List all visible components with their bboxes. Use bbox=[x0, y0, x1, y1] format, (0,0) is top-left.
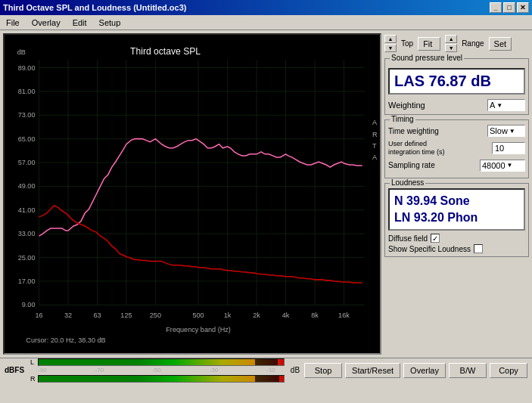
specific-loudness-row: Show Specific Loudness bbox=[388, 244, 525, 253]
svg-text:33.00: 33.00 bbox=[18, 230, 36, 237]
r-level-bar bbox=[38, 375, 285, 383]
weighting-row: Weighting A ▼ bbox=[388, 99, 525, 111]
svg-text:89.00: 89.00 bbox=[18, 64, 36, 72]
timing-panel-label: Timing bbox=[390, 115, 415, 123]
svg-text:81.00: 81.00 bbox=[18, 88, 36, 95]
weighting-dropdown-arrow: ▼ bbox=[496, 102, 502, 109]
fit-button[interactable]: Fit bbox=[418, 37, 440, 51]
top-up-btn[interactable]: ▲ bbox=[384, 35, 397, 43]
svg-text:R: R bbox=[372, 131, 378, 138]
scale-minus50: -50 bbox=[152, 367, 161, 374]
top-label: Top bbox=[401, 39, 413, 48]
title-bar-buttons: _ □ ✕ bbox=[490, 2, 529, 13]
time-weighting-row: Time weighting Slow ▼ bbox=[388, 125, 525, 137]
window-title: Third Octave SPL and Loudness (Untitled.… bbox=[3, 3, 186, 12]
svg-text:16k: 16k bbox=[338, 312, 350, 319]
weighting-dropdown[interactable]: A ▼ bbox=[487, 99, 525, 111]
l-level-bar bbox=[38, 358, 285, 366]
bw-button[interactable]: B/W bbox=[449, 363, 487, 378]
close-button[interactable]: ✕ bbox=[517, 2, 529, 13]
loudness-value-1: N 39.94 Sone bbox=[394, 193, 519, 209]
svg-text:125: 125 bbox=[120, 312, 132, 319]
level-meters: L -90 -70 -50 -30 -10 R bbox=[30, 358, 285, 383]
spl-panel-label: Sound pressure level bbox=[390, 54, 464, 62]
menu-setup[interactable]: Setup bbox=[96, 17, 124, 28]
loudness-panel: Loudness N 39.94 Sone LN 93.20 Phon Diff… bbox=[384, 183, 529, 258]
menu-overlay[interactable]: Overlay bbox=[29, 17, 64, 28]
svg-text:25.00: 25.00 bbox=[18, 254, 36, 262]
svg-text:T: T bbox=[372, 142, 377, 150]
top-down-btn[interactable]: ▼ bbox=[384, 44, 397, 52]
integration-input[interactable] bbox=[492, 142, 525, 154]
svg-text:63: 63 bbox=[93, 312, 101, 319]
time-weighting-dropdown[interactable]: Slow ▼ bbox=[487, 125, 525, 137]
set-button[interactable]: Set bbox=[489, 37, 512, 51]
start-reset-button[interactable]: Start/Reset bbox=[345, 363, 400, 378]
copy-button[interactable]: Copy bbox=[490, 363, 527, 378]
menu-bar: File Overlay Edit Setup bbox=[0, 15, 532, 30]
chart-area: Third octave SPL dB A R T A bbox=[3, 33, 381, 355]
loudness-display: N 39.94 Sone LN 93.20 Phon bbox=[388, 188, 525, 231]
range-up-btn[interactable]: ▲ bbox=[445, 35, 457, 43]
time-weighting-label: Time weighting bbox=[388, 127, 439, 135]
svg-text:A: A bbox=[372, 119, 378, 126]
svg-text:A: A bbox=[372, 153, 378, 161]
diffuse-label: Diffuse field bbox=[388, 234, 428, 243]
svg-text:250: 250 bbox=[150, 312, 161, 319]
svg-text:73.00: 73.00 bbox=[18, 111, 36, 119]
sampling-arrow: ▼ bbox=[507, 162, 513, 169]
bottom-buttons: Stop Start/Reset Overlay B/W Copy bbox=[304, 363, 527, 378]
svg-text:8k: 8k bbox=[311, 312, 319, 319]
scale-minus70: -70 bbox=[95, 367, 104, 374]
svg-text:Frequency band (Hz): Frequency band (Hz) bbox=[166, 326, 231, 333]
sampling-value: 48000 bbox=[482, 161, 506, 170]
time-weighting-value: Slow bbox=[490, 126, 508, 135]
svg-text:16: 16 bbox=[35, 312, 42, 319]
main-content: Third octave SPL dB A R T A bbox=[0, 30, 532, 358]
minimize-button[interactable]: _ bbox=[490, 2, 502, 13]
svg-text:41.00: 41.00 bbox=[18, 206, 36, 214]
svg-text:49.00: 49.00 bbox=[18, 182, 36, 190]
svg-text:57.00: 57.00 bbox=[18, 159, 36, 166]
svg-text:65.00: 65.00 bbox=[18, 135, 36, 143]
spl-display: LAS 76.87 dB bbox=[388, 68, 525, 95]
sampling-row: Sampling rate 48000 ▼ bbox=[388, 160, 525, 172]
stop-button[interactable]: Stop bbox=[304, 363, 342, 378]
db-label: dB bbox=[291, 366, 300, 374]
spl-value: LAS 76.87 dB bbox=[394, 73, 491, 89]
svg-text:dB: dB bbox=[17, 48, 26, 56]
range-arrows[interactable]: ▲ ▼ bbox=[445, 35, 457, 52]
level-row-l: L bbox=[30, 358, 285, 366]
maximize-button[interactable]: □ bbox=[503, 2, 515, 13]
specific-label: Show Specific Loudness bbox=[388, 245, 471, 253]
svg-text:17.00: 17.00 bbox=[18, 277, 36, 285]
diffuse-field-row: Diffuse field ✓ bbox=[388, 234, 525, 243]
svg-text:4k: 4k bbox=[282, 312, 290, 319]
l-channel-label: L bbox=[30, 358, 36, 366]
weighting-value: A bbox=[490, 101, 495, 110]
svg-text:1k: 1k bbox=[224, 312, 232, 319]
spl-panel: Sound pressure level LAS 76.87 dB Weight… bbox=[384, 58, 529, 115]
svg-text:9.00: 9.00 bbox=[22, 301, 36, 308]
sampling-label: Sampling rate bbox=[388, 161, 435, 169]
timing-panel: Timing Time weighting Slow ▼ User define… bbox=[384, 119, 529, 178]
svg-text:2k: 2k bbox=[253, 312, 260, 319]
top-up-arrows[interactable]: ▲ ▼ bbox=[384, 35, 397, 52]
loudness-panel-label: Loudness bbox=[390, 178, 425, 187]
range-label: Range bbox=[462, 39, 484, 48]
bottom-bar: dBFS L -90 -70 -50 -30 -10 R dB Stop St bbox=[0, 358, 532, 382]
menu-edit[interactable]: Edit bbox=[70, 17, 90, 28]
diffuse-checkbox[interactable]: ✓ bbox=[431, 234, 440, 243]
overlay-button[interactable]: Overlay bbox=[403, 363, 446, 378]
specific-checkbox[interactable] bbox=[474, 244, 483, 253]
dbfs-label: dBFS bbox=[5, 366, 24, 374]
menu-file[interactable]: File bbox=[3, 17, 23, 28]
scale-minus10: -10 bbox=[266, 367, 275, 374]
range-down-btn[interactable]: ▼ bbox=[445, 44, 457, 52]
integration-label: User defined integration time (s) bbox=[388, 140, 460, 157]
r-channel-label: R bbox=[30, 375, 36, 383]
svg-text:Cursor:  20.0 Hz, 38.30 dB: Cursor: 20.0 Hz, 38.30 dB bbox=[26, 336, 105, 344]
scale-minus30: -30 bbox=[210, 367, 219, 374]
sampling-dropdown[interactable]: 48000 ▼ bbox=[480, 160, 525, 172]
scale-minus90: -90 bbox=[38, 367, 47, 374]
